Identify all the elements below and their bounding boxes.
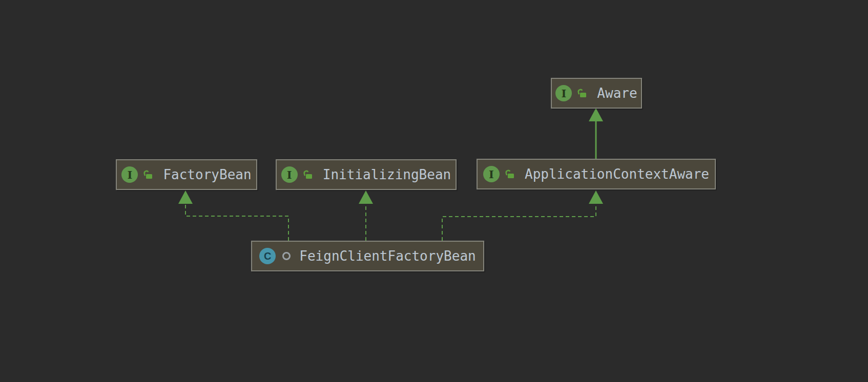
node-label: ApplicationContextAware [525,166,709,182]
arrowhead-to-initializing-bean [359,190,373,204]
interface-icon: I [281,166,298,183]
circle-outline-icon [282,252,291,260]
open-lock-icon [504,168,515,180]
edge-implements-factory-bean [185,204,288,241]
node-initializing-bean[interactable]: I InitializingBean [276,159,457,190]
edge-implements-application-context-aware [442,204,596,241]
open-lock-icon [302,169,313,180]
arrowhead-to-application-context-aware [589,190,603,204]
node-feign-client-factory-bean[interactable]: C FeignClientFactoryBean [251,241,484,271]
arrowhead-to-factory-bean [178,190,193,204]
interface-icon: I [483,166,500,182]
node-label: FeignClientFactoryBean [299,248,476,264]
node-application-context-aware[interactable]: I ApplicationContextAware [477,159,716,189]
class-icon: C [259,248,276,264]
open-lock-icon [576,88,587,99]
interface-icon: I [555,85,572,101]
interface-icon: I [121,166,138,183]
node-aware[interactable]: I Aware [551,78,642,109]
edges-layer [0,0,868,382]
diagram-canvas[interactable]: I Aware I FactoryBean I InitializingBean… [0,0,868,382]
node-label: Aware [597,86,637,101]
node-label: FactoryBean [163,167,251,182]
open-lock-icon [142,169,153,180]
node-label: InitializingBean [323,167,451,182]
arrowhead-to-aware [589,108,603,121]
node-factory-bean[interactable]: I FactoryBean [116,159,257,190]
